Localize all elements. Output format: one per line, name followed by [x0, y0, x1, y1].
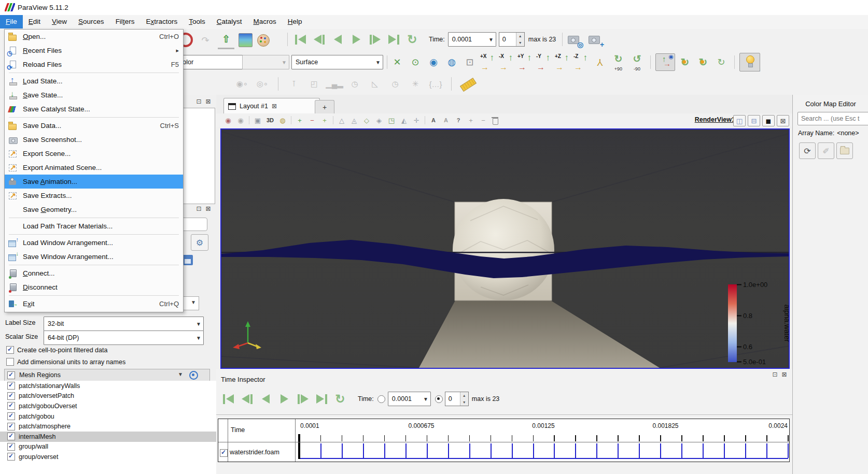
- menu-item-save-animation[interactable]: Save Animation...: [5, 175, 183, 189]
- menu-item-disconnect[interactable]: Disconnect: [5, 280, 183, 294]
- menu-item-save-data[interactable]: Save Data...Ctrl+S: [5, 119, 183, 133]
- split-vertical-button[interactable]: ⊟: [748, 115, 760, 126]
- camera-plus-button[interactable]: +: [586, 31, 604, 48]
- spinner-arrows-icon[interactable]: ▲▼: [516, 33, 524, 46]
- select-cells-with-polygon-icon[interactable]: ◇: [361, 114, 372, 126]
- previous-frame-button[interactable]: [310, 31, 328, 48]
- menu-file[interactable]: File: [0, 15, 23, 28]
- menu-item-load-window-arrangement[interactable]: Load Window Arrangement...: [5, 236, 183, 250]
- mesh-item-group-wall[interactable]: group/wall: [0, 442, 216, 452]
- select-cells-through-icon[interactable]: △: [336, 114, 347, 126]
- menu-item-save-state[interactable]: Save State...: [5, 88, 183, 102]
- scalar-size-combo[interactable]: 64-bit (DP)▼: [44, 331, 204, 345]
- menu-extractors[interactable]: Extractors: [140, 15, 183, 28]
- next-frame-button[interactable]: [366, 31, 384, 48]
- frame-radio[interactable]: [435, 395, 443, 403]
- menu-item-load-state[interactable]: Load State...: [5, 74, 183, 88]
- close-panel-icon[interactable]: ⊠: [204, 205, 212, 212]
- source-visible-checkbox[interactable]: [220, 449, 228, 457]
- menu-item-save-extracts[interactable]: Save Extracts...: [5, 189, 183, 203]
- rotate-90-ccw-button[interactable]: ↺-90: [628, 53, 646, 71]
- pick-rotation-center-button[interactable]: ↻: [713, 54, 730, 70]
- next-frame-button[interactable]: [293, 391, 312, 407]
- zoom-closest-to-data-button[interactable]: ◍: [443, 54, 460, 70]
- checkbox[interactable]: [7, 443, 15, 451]
- hover-points-tooltip-icon[interactable]: A: [440, 114, 452, 126]
- edit-color-map-button[interactable]: [239, 33, 253, 47]
- set-view-plus-x-button[interactable]: +X↑→: [480, 53, 497, 71]
- menu-item-export-scene[interactable]: Export Scene...: [5, 147, 183, 161]
- mesh-item-patch-gobou[interactable]: patch/gobou: [0, 411, 216, 422]
- properties-search-input[interactable]: [183, 218, 207, 231]
- set-view-minus-z-button[interactable]: -Z↑→: [573, 53, 590, 71]
- time-value-radio[interactable]: [377, 395, 385, 403]
- split-horizontal-button[interactable]: ◫: [733, 115, 746, 126]
- rotate-90-cw-button[interactable]: ↻+90: [610, 53, 627, 71]
- toggle-visibility-icon[interactable]: [189, 371, 198, 380]
- selection-help-icon[interactable]: ?: [453, 114, 464, 126]
- hover-cells-tooltip-icon[interactable]: A: [428, 114, 439, 126]
- reset-camera-closest-button[interactable]: ◉: [425, 54, 442, 70]
- play-button[interactable]: [275, 391, 293, 407]
- menu-item-save-window-arrangement[interactable]: Save Window Arrangement...: [5, 250, 183, 264]
- close-view-button[interactable]: ⊠: [777, 115, 789, 126]
- mesh-item-patch-oversetpatch[interactable]: patch/oversetPatch: [0, 391, 216, 401]
- checkbox[interactable]: [7, 423, 15, 430]
- rescale-custom-range-button[interactable]: ✐: [818, 142, 834, 159]
- representation-combo[interactable]: Surface▼: [291, 55, 383, 69]
- mesh-item-group-overset[interactable]: group/overset: [0, 452, 216, 462]
- grow-selection-icon[interactable]: +: [465, 114, 477, 126]
- apply-isometric-view-button[interactable]: Y: [592, 54, 608, 70]
- choose-preset-button[interactable]: [836, 142, 853, 159]
- zoom-to-selection-icon[interactable]: ◍: [277, 114, 288, 126]
- checkbox[interactable]: [7, 382, 15, 390]
- color-palette-button[interactable]: [257, 34, 270, 47]
- reset-camera-button[interactable]: ✕: [389, 54, 405, 70]
- interactive-select-points-icon[interactable]: ✛: [411, 114, 422, 126]
- select-points-with-polygon-icon[interactable]: ◈: [373, 114, 385, 126]
- zoom-to-box-button[interactable]: ⊡: [461, 54, 478, 70]
- menu-item-export-animated-scene[interactable]: Export Animated Scene...: [5, 161, 183, 175]
- option-row[interactable]: Create cell-to-point filtered data: [6, 346, 107, 354]
- menu-item-reload-files[interactable]: Reload FilesF5: [5, 58, 183, 71]
- spinner-arrows-icon[interactable]: ▲▼: [460, 392, 468, 406]
- select-points-through-icon[interactable]: ◬: [348, 114, 360, 126]
- menu-edit[interactable]: Edit: [23, 15, 46, 28]
- show-orientation-axes-button[interactable]: ↑→◉: [655, 53, 675, 71]
- close-panel-icon[interactable]: ⊠: [780, 371, 788, 378]
- mesh-item-patch-stationarywalls[interactable]: patch/stationaryWalls: [0, 381, 216, 391]
- frame-spinner[interactable]: 0 ▲▼: [445, 392, 469, 406]
- checkbox[interactable]: [7, 402, 15, 410]
- clear-selection-trash-icon[interactable]: [490, 116, 500, 125]
- close-panel-icon[interactable]: ⊠: [204, 98, 212, 105]
- option-row[interactable]: Add dimensional units to array names: [6, 358, 125, 366]
- checkbox[interactable]: [7, 433, 15, 440]
- auto-apply-button[interactable]: ⇧: [218, 31, 234, 49]
- current-time-marker[interactable]: [298, 434, 300, 442]
- select-cells-on-surface-icon[interactable]: +: [294, 114, 305, 126]
- first-frame-button[interactable]: [291, 31, 310, 48]
- menu-item-save-geometry[interactable]: Save Geometry...: [5, 203, 183, 217]
- previous-frame-button[interactable]: [237, 391, 256, 407]
- camera-zoom-button[interactable]: ◎: [566, 31, 583, 48]
- new-layout-tab[interactable]: +: [315, 100, 334, 114]
- checkbox[interactable]: [7, 371, 15, 379]
- menu-view[interactable]: View: [46, 15, 73, 28]
- timeline-table[interactable]: Time 0.00010.0006750.001250.0018250.0024…: [218, 419, 790, 462]
- menu-help[interactable]: Help: [282, 15, 308, 28]
- last-frame-button[interactable]: [384, 31, 403, 48]
- save-properties-icon[interactable]: [183, 255, 193, 265]
- render-view-name[interactable]: RenderView1: [695, 116, 735, 123]
- search-input[interactable]: [797, 112, 868, 125]
- set-view-minus-x-button[interactable]: -X↑→: [498, 53, 515, 71]
- menu-item-exit[interactable]: ExitCtrl+Q: [5, 297, 183, 311]
- checkbox[interactable]: [6, 358, 14, 366]
- interaction-mode-3d-button[interactable]: 3D: [264, 114, 276, 126]
- redo-button[interactable]: ↷: [197, 32, 214, 49]
- set-rotation-center-button[interactable]: ↻: [677, 54, 693, 70]
- checkbox[interactable]: [7, 453, 15, 461]
- menu-item-save-catalyst-state[interactable]: Save Catalyst State...: [5, 102, 183, 116]
- select-points-on-surface-icon[interactable]: +: [319, 114, 330, 126]
- render-viewport[interactable]: 1.0e+00 0.8 0.6 5.0e-01 alpha.water: [220, 128, 790, 369]
- ruler-button[interactable]: [459, 76, 477, 92]
